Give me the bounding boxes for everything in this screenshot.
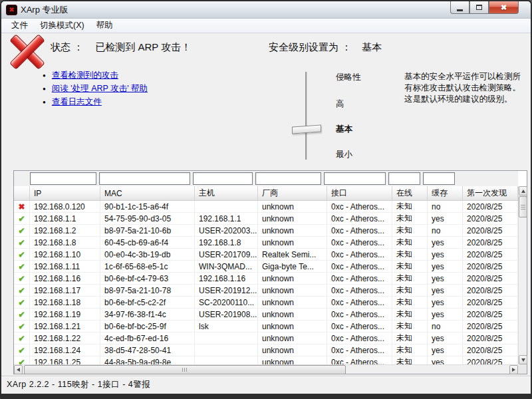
filter-input-mac[interactable] bbox=[99, 172, 190, 185]
slider-label-high: 高 bbox=[336, 98, 344, 110]
header-first-seen[interactable]: 第一次发现 bbox=[463, 186, 518, 200]
menu-help[interactable]: 帮助 bbox=[90, 18, 119, 33]
triangle-left-icon bbox=[17, 368, 20, 372]
header-vendor[interactable]: 厂商 bbox=[258, 186, 327, 200]
cell-vendor: unknown bbox=[258, 356, 327, 364]
filter-input-cache[interactable] bbox=[423, 172, 455, 185]
cell-host: WIN-3QMAD... bbox=[195, 261, 258, 272]
ok-row-icon: ✔ bbox=[14, 309, 30, 320]
header-cache[interactable]: 缓存 bbox=[428, 186, 463, 200]
cell-first: 2020/8/25 bbox=[463, 237, 518, 248]
slider-label-basic: 基本 bbox=[336, 124, 352, 135]
security-level-description: 基本的安全水平运作可以检测所有标准攻击默认攻击检测策略。这是默认环境的建议的级别… bbox=[404, 71, 528, 105]
cell-ip: 192.168.1.8 bbox=[30, 237, 100, 248]
cell-first: 2020/8/25 bbox=[463, 201, 518, 212]
table-row[interactable]: ✔192.168.1.2438-d5-47-28-50-41unknown0xc… bbox=[14, 344, 518, 356]
header-online[interactable]: 在线 bbox=[392, 186, 428, 200]
table-row[interactable]: ✔192.168.1.16b0-6e-bf-c4-79-63192.168.1.… bbox=[14, 273, 518, 285]
filter-input-online[interactable] bbox=[388, 172, 420, 185]
cell-mac: 54-75-95-90-d3-05 bbox=[100, 213, 195, 224]
ok-row-icon: ✔ bbox=[14, 225, 30, 236]
header-interface[interactable]: 接口 bbox=[327, 186, 392, 200]
maximize-button[interactable] bbox=[469, 1, 489, 14]
cell-first: 2020/8/25 bbox=[463, 285, 518, 296]
cell-first: 2020/8/25 bbox=[463, 356, 518, 364]
table-row[interactable]: ✖192.168.0.12090-b1-1c-15-a6-4funknown0x… bbox=[14, 201, 518, 213]
table-row[interactable]: ✔192.168.1.224c-ed-fb-67-ed-16unknown0xc… bbox=[14, 332, 518, 344]
vertical-scrollbar[interactable] bbox=[518, 186, 527, 364]
cell-ip: 192.168.1.21 bbox=[30, 321, 100, 332]
filter-input-ip[interactable] bbox=[30, 172, 96, 185]
cell-host: 192.168.1.16 bbox=[195, 273, 258, 284]
header-status[interactable] bbox=[14, 186, 30, 200]
ok-row-icon: ✔ bbox=[14, 213, 30, 224]
table-row[interactable]: ✔192.168.1.111c-6f-65-68-e5-1cWIN-3QMAD.… bbox=[14, 261, 518, 273]
filter-input-host[interactable] bbox=[193, 172, 253, 185]
cell-ip: 192.168.1.10 bbox=[30, 249, 100, 260]
table-row[interactable]: ✔192.168.1.2b8-97-5a-21-10-6bUSER-202003… bbox=[14, 225, 518, 237]
filter-input-vendor[interactable] bbox=[255, 172, 321, 185]
cell-mac: 38-d5-47-28-50-41 bbox=[100, 344, 195, 356]
cell-online: 未知 bbox=[392, 356, 428, 364]
cell-online: 未知 bbox=[392, 225, 428, 236]
cell-first: 2020/8/25 bbox=[463, 321, 518, 332]
table-row[interactable]: ✔192.168.1.860-45-cb-69-a6-f4192.168.1.8… bbox=[14, 237, 518, 249]
cell-mac: b0-6e-bf-bc-25-9f bbox=[100, 321, 195, 332]
menu-switch-mode[interactable]: 切换模式(X) bbox=[34, 18, 90, 33]
cell-first: 2020/8/25 bbox=[463, 213, 518, 224]
cell-online: 未知 bbox=[392, 273, 428, 284]
cell-mac: b8-97-5a-21-10-6b bbox=[100, 225, 195, 236]
main-content: 状态 ： 已检测到 ARP 攻击！ 安全级别设置为 ： 基本 ● 查看检测到的攻… bbox=[1, 33, 531, 394]
scroll-left-button[interactable] bbox=[14, 365, 23, 374]
vertical-scroll-thumb[interactable] bbox=[519, 196, 527, 217]
ok-row-icon: ✔ bbox=[14, 285, 30, 296]
scroll-up-button[interactable] bbox=[519, 186, 527, 196]
menu-file[interactable]: 文件 bbox=[5, 18, 34, 33]
cell-cache: yes bbox=[428, 261, 463, 272]
triangle-right-icon bbox=[512, 368, 515, 372]
cell-vendor: unknown bbox=[258, 285, 327, 296]
minimize-button[interactable] bbox=[450, 1, 469, 14]
table-row[interactable]: ✔192.168.1.1934-97-f6-38-f1-4cUSER-20190… bbox=[14, 309, 518, 321]
table-row[interactable]: ✔192.168.1.18b0-6e-bf-c5-c2-2fSC-2020011… bbox=[14, 297, 518, 309]
cell-vendor: unknown bbox=[258, 309, 327, 320]
table-row[interactable]: ✔192.168.1.17b8-97-5a-21-10-78USER-20191… bbox=[14, 285, 518, 297]
horizontal-scrollbar[interactable] bbox=[14, 364, 518, 374]
window-title: XArp 专业版 bbox=[21, 4, 68, 16]
cell-mac: 44-8a-5b-9a-d9-8e bbox=[100, 356, 195, 364]
cell-mac: b0-6e-bf-c4-79-63 bbox=[100, 273, 195, 284]
table-row[interactable]: ✔192.168.1.2544-8a-5b-9a-d9-8eunknown0xc… bbox=[14, 356, 518, 364]
cell-online: 未知 bbox=[392, 249, 428, 260]
cell-first: 2020/8/25 bbox=[463, 261, 518, 272]
titlebar[interactable]: ✖ XArp 专业版 ✖ bbox=[1, 1, 531, 19]
link-view-log[interactable]: 查看日志文件 bbox=[52, 96, 102, 108]
table-row[interactable]: ✔192.168.1.154-75-95-90-d3-05192.168.1.1… bbox=[14, 213, 518, 225]
table-row[interactable]: ✔192.168.1.1000-e0-4c-3b-19-dbUSER-20170… bbox=[14, 249, 518, 261]
link-read-help[interactable]: 阅读 '处理 ARP 攻击' 帮助 bbox=[52, 83, 148, 94]
list-item: ● 查看日志文件 bbox=[43, 95, 148, 108]
action-links: ● 查看检测到的攻击 ● 阅读 '处理 ARP 攻击' 帮助 ● 查看日志文件 bbox=[43, 68, 148, 108]
cell-vendor: unknown bbox=[258, 213, 327, 224]
cell-cache: yes bbox=[428, 297, 463, 308]
close-button[interactable]: ✖ bbox=[489, 1, 519, 14]
cell-mac: 60-45-cb-69-a6-f4 bbox=[100, 237, 195, 248]
cell-online: 未知 bbox=[392, 285, 428, 296]
cell-host bbox=[195, 344, 258, 356]
filter-input-interface[interactable] bbox=[324, 172, 386, 185]
cell-ip: 192.168.1.22 bbox=[30, 332, 100, 344]
header-host[interactable]: 主机 bbox=[195, 186, 258, 200]
security-slider-track[interactable] bbox=[305, 72, 307, 160]
header-ip[interactable]: IP bbox=[30, 186, 100, 200]
scroll-right-button[interactable] bbox=[509, 365, 518, 374]
cell-cache: yes bbox=[428, 344, 463, 356]
horizontal-scroll-thumb[interactable] bbox=[24, 365, 346, 374]
header-mac[interactable]: MAC bbox=[100, 186, 195, 200]
bullet-icon: ● bbox=[43, 72, 46, 78]
cell-host: 192.168.1.8 bbox=[195, 237, 258, 248]
cell-ip: 192.168.1.2 bbox=[30, 225, 100, 236]
security-slider-handle[interactable] bbox=[292, 124, 321, 134]
scroll-down-button[interactable] bbox=[519, 355, 527, 364]
cell-iface: 0xc - Atheros... bbox=[327, 237, 392, 248]
table-row[interactable]: ✔192.168.1.21b0-6e-bf-bc-25-9flskunknown… bbox=[14, 321, 518, 332]
link-view-attacks[interactable]: 查看检测到的攻击 bbox=[52, 70, 118, 81]
